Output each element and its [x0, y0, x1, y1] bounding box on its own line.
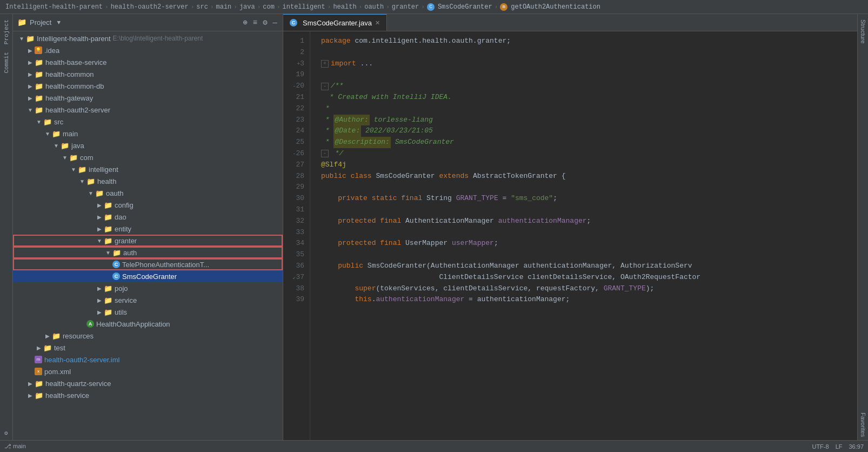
- line-num-33: 33: [283, 227, 310, 238]
- tree-label-test: test: [54, 344, 65, 352]
- tree-item-idea[interactable]: ▶ 💡 .idea: [13, 44, 283, 56]
- tree-item-health-oauth2-server[interactable]: ▼ 📁 health-oauth2-server: [13, 104, 283, 116]
- idea-icon: 💡: [35, 46, 42, 54]
- tree-item-intelligent[interactable]: ▼ 📁 intelligent: [13, 163, 283, 175]
- breadcrumb-item-root[interactable]: Intelligent-health-parent: [5, 3, 103, 11]
- code-line-30: private static final String GRANT_TYPE =…: [321, 193, 846, 204]
- app-icon: A: [86, 320, 94, 328]
- line-num-26: -26: [283, 148, 310, 159]
- tree-item-health-service[interactable]: ▶ 📁 health-service: [13, 389, 283, 401]
- breadcrumb-item-com[interactable]: com: [263, 3, 275, 11]
- tree-item-java[interactable]: ▼ 📁 java: [13, 139, 283, 151]
- folder-icon-dao: 📁: [104, 213, 112, 221]
- tree-item-health[interactable]: ▼ 📁 health: [13, 175, 283, 187]
- arrow-main: ▼: [43, 131, 52, 137]
- tree-item-entity[interactable]: ▶ 📁 entity: [13, 223, 283, 235]
- fold-btn-3[interactable]: +: [321, 60, 329, 68]
- settings-icon[interactable]: ⚙: [262, 17, 268, 28]
- project-dropdown-arrow[interactable]: ▼: [57, 19, 61, 26]
- line-num-37: ↙37: [283, 272, 310, 283]
- tree-item-auth[interactable]: ▼ 📁 auth: [13, 247, 283, 258]
- breadcrumb-item-java[interactable]: java: [239, 3, 255, 11]
- arrow-pojo: ▶: [95, 285, 104, 291]
- tree-item-iml[interactable]: m health-oauth2-server.iml: [13, 354, 283, 365]
- code-line-35: [321, 249, 846, 261]
- breadcrumb-item-main[interactable]: main: [216, 3, 232, 11]
- class-icon-smscode: C: [112, 272, 120, 280]
- tree-item-test[interactable]: ▶ 📁 test: [13, 342, 283, 354]
- line-num-27: 27: [283, 159, 310, 171]
- folder-icon-intelligent: 📁: [78, 165, 86, 174]
- breadcrumb-item-module[interactable]: health-oauth2-server: [111, 3, 189, 11]
- tree-item-pom[interactable]: x pom.xml: [13, 365, 283, 377]
- date-tag: @Date:: [333, 125, 361, 137]
- close-panel-icon[interactable]: —: [272, 17, 278, 28]
- arrow-entity: ▶: [95, 226, 104, 232]
- collapse-icon[interactable]: ≡: [252, 17, 258, 28]
- favorites-label[interactable]: Favorites: [859, 409, 867, 440]
- commit-strip-label[interactable]: Commit: [2, 49, 11, 77]
- project-strip-label[interactable]: Project: [2, 16, 11, 48]
- tab-smscode-granter[interactable]: C SmsCodeGranter.java ✕: [283, 14, 387, 31]
- breadcrumb-item-method[interactable]: getOAuth2Authentication: [511, 3, 600, 11]
- tree-item-health-quartz[interactable]: ▶ 📁 health-quartz-service: [13, 377, 283, 389]
- arrow-granter: ▼: [95, 238, 104, 244]
- fold-btn-26[interactable]: -: [321, 150, 329, 157]
- arrow-health-service: ▶: [26, 393, 35, 398]
- tree-item-health-base-service[interactable]: ▶ 📁 health-base-service: [13, 56, 283, 68]
- structure-label[interactable]: Structure: [859, 16, 867, 47]
- tree-label-intelligent: intelligent: [89, 165, 118, 174]
- tree-item-health-gateway[interactable]: ▶ 📁 health-gateway: [13, 92, 283, 104]
- tree-item-main[interactable]: ▼ 📁 main: [13, 128, 283, 139]
- tree-item-utils[interactable]: ▶ 📁 utils: [13, 306, 283, 318]
- code-editor[interactable]: package com.intelligent.health.oauth.gra…: [310, 31, 857, 440]
- breadcrumb-sep: ›: [191, 4, 195, 10]
- breadcrumb-item-intelligent[interactable]: intelligent: [283, 3, 325, 11]
- tree-label-app: HealthOauthApplication: [96, 320, 170, 328]
- folder-icon-utils: 📁: [104, 308, 112, 316]
- breadcrumb-item-health[interactable]: health: [333, 3, 356, 11]
- folder-icon-granter: 📁: [104, 237, 112, 245]
- tree-label-granter: granter: [115, 237, 137, 245]
- breadcrumb-item-src[interactable]: src: [196, 3, 208, 11]
- line-num-28: 28: [283, 171, 310, 182]
- breadcrumb-sep: ›: [495, 4, 498, 10]
- tree-item-health-oauth-app[interactable]: A HealthOauthApplication: [13, 318, 283, 330]
- breadcrumb-item-granter[interactable]: granter: [392, 3, 419, 11]
- tree-item-config[interactable]: ▶ 📁 config: [13, 199, 283, 211]
- tree-item-granter[interactable]: ▼ 📁 granter: [13, 235, 283, 247]
- tab-close-button[interactable]: ✕: [375, 19, 380, 26]
- line-num-30: 30: [283, 193, 310, 204]
- tree-item-oauth[interactable]: ▼ 📁 oauth: [13, 187, 283, 199]
- arrow-gateway: ▶: [26, 95, 35, 101]
- locate-icon[interactable]: ⊕: [242, 17, 248, 28]
- line-num-3: +3: [283, 58, 310, 70]
- tree-item-telephone-auth[interactable]: C TelePhoneAuthenticationT...: [13, 258, 283, 270]
- tree-item-service[interactable]: ▶ 📁 service: [13, 294, 283, 306]
- kw-package: package: [321, 36, 351, 47]
- folder-icon-src: 📁: [43, 118, 52, 126]
- tree-item-health-common-db[interactable]: ▶ 📁 health-common-db: [13, 80, 283, 92]
- folder-icon-main: 📁: [52, 130, 61, 138]
- tree-item-src[interactable]: ▼ 📁 src: [13, 116, 283, 128]
- tree-item-com[interactable]: ▼ 📁 com: [13, 151, 283, 163]
- tree-item-health-common[interactable]: ▶ 📁 health-common: [13, 68, 283, 80]
- editor-area: C SmsCodeGranter.java ✕ 1 2 +3 19 -20 21…: [283, 14, 857, 440]
- arrow-auth: ▼: [104, 250, 112, 256]
- code-line-25: * @Description: SmsCodeGranter: [321, 137, 846, 148]
- tree-label-main: main: [63, 130, 78, 138]
- tree-item-dao[interactable]: ▶ 📁 dao: [13, 211, 283, 223]
- tree-label-common: health-common: [45, 70, 94, 78]
- git-strip-label[interactable]: ⚙: [2, 427, 11, 440]
- breadcrumb-item-class[interactable]: SmsCodeGranter: [438, 3, 492, 11]
- breadcrumb-item-oauth[interactable]: oauth: [364, 3, 384, 11]
- tree-item-pojo[interactable]: ▶ 📁 pojo: [13, 282, 283, 294]
- fold-btn-20[interactable]: -: [321, 83, 329, 90]
- tree-label-src: src: [54, 118, 63, 126]
- tree-label-config: config: [115, 201, 133, 209]
- tree-item-smscode-granter[interactable]: C SmsCodeGranter: [13, 270, 283, 282]
- tree-item-root[interactable]: ▼ 📁 Intelligent-health-parent E:\blog\In…: [13, 32, 283, 44]
- tree-item-resources[interactable]: ▶ 📁 resources: [13, 330, 283, 342]
- tree-label-oauth: oauth: [106, 189, 124, 197]
- folder-icon-test: 📁: [43, 344, 52, 352]
